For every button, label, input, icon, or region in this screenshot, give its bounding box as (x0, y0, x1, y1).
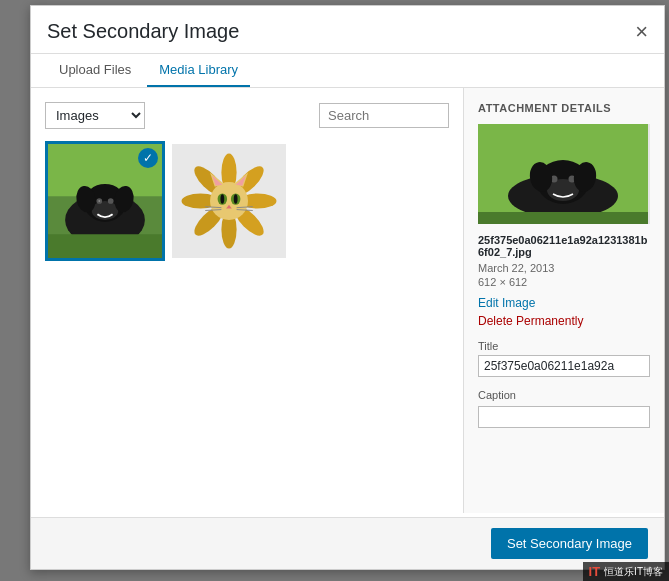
modal-footer: Set Secondary Image (31, 517, 664, 569)
caption-field-label: Caption (478, 389, 650, 401)
tab-media-library[interactable]: Media Library (147, 54, 250, 87)
svg-point-31 (220, 194, 224, 204)
attachment-date: March 22, 2013 (478, 262, 650, 274)
attachment-dimensions: 612 × 612 (478, 276, 650, 288)
attachment-filename: 25f375e0a06211e1a92a1231381b6f02_7.jpg (478, 234, 650, 258)
title-field-input[interactable] (478, 355, 650, 377)
media-panel: Images (31, 88, 464, 513)
attachment-details-label: ATTACHMENT DETAILS (478, 102, 650, 114)
modal-title: Set Secondary Image (47, 20, 239, 43)
delete-permanently-link[interactable]: Delete Permanently (478, 314, 650, 328)
media-type-filter[interactable]: Images (45, 102, 145, 129)
svg-rect-47 (478, 212, 648, 224)
attachment-preview (478, 124, 650, 224)
svg-point-11 (98, 200, 100, 202)
svg-point-24 (210, 182, 248, 220)
svg-point-32 (234, 194, 238, 204)
media-item-dog[interactable]: ✓ (45, 141, 165, 261)
svg-point-10 (108, 198, 114, 204)
close-button[interactable]: × (635, 21, 648, 43)
selected-checkmark: ✓ (138, 148, 158, 168)
caption-field-input[interactable] (478, 406, 650, 428)
search-input[interactable] (319, 103, 449, 128)
filter-row: Images (45, 102, 449, 129)
title-field-label: Title (478, 340, 650, 352)
edit-image-link[interactable]: Edit Image (478, 296, 650, 310)
media-item-flower[interactable] (169, 141, 289, 261)
flower-thumbnail (172, 144, 286, 258)
tab-upload[interactable]: Upload Files (47, 54, 143, 87)
modal-tabs: Upload Files Media Library (31, 54, 664, 88)
modal-header: Set Secondary Image × (31, 6, 664, 54)
modal-body: Images (31, 88, 664, 513)
svg-rect-14 (48, 234, 162, 258)
attachment-details-panel: ATTACHMENT DETAILS 25f375e0a06211e1a92a (464, 88, 664, 513)
modal-dialog: Set Secondary Image × Upload Files Media… (30, 5, 665, 570)
watermark-icon: IT (589, 564, 601, 579)
set-secondary-image-button[interactable]: Set Secondary Image (491, 528, 648, 559)
watermark-text: 恒道乐IT博客 (604, 565, 663, 579)
media-grid: ✓ (45, 141, 449, 261)
watermark: IT 恒道乐IT博客 (583, 562, 669, 581)
